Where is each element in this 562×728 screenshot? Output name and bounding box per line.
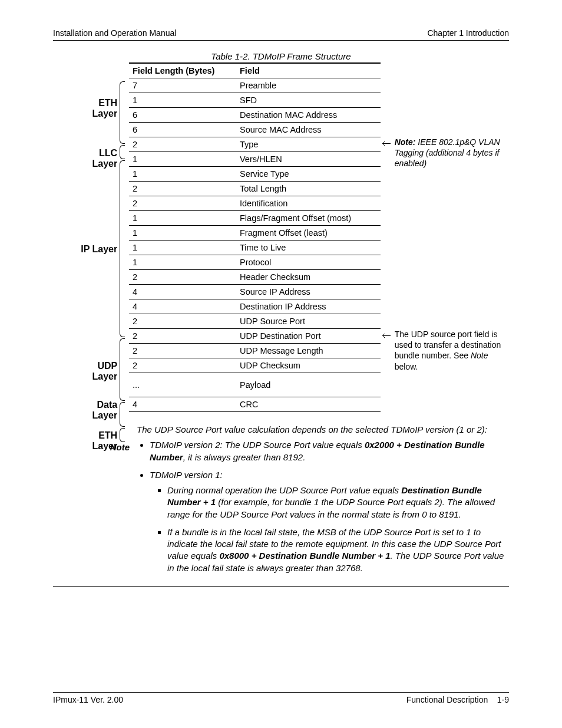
udp-note-italic: Note (471, 351, 488, 360)
header-left: Installation and Operation Manual (53, 28, 176, 38)
list-item: If a bundle is in the local fail state, … (167, 526, 509, 574)
table-row: 1Protocol (129, 255, 381, 270)
note-intro: The UDP Source Port value calculation de… (137, 424, 509, 436)
udp-note-tail: below. (395, 362, 418, 371)
table-row: 2UDP Checksum (129, 358, 381, 373)
table-row: 6Source MAC Address (129, 123, 381, 137)
footer-right: Functional Description 1-9 (406, 695, 509, 704)
table-row: 1Time to Live (129, 241, 381, 255)
table-row: 1SFD (129, 93, 381, 108)
table-row: 2UDP Message Length (129, 344, 381, 358)
table-row: 2UDP Destination Port (129, 329, 381, 344)
table-row: 1Flags/Fragment Offset (most) (129, 211, 381, 226)
table-row: 2Header Checksum (129, 270, 381, 285)
table-row: 2Identification (129, 196, 381, 211)
col-header-field: Field (236, 63, 381, 78)
arrow-left-icon: 🡐 (382, 330, 391, 342)
page-footer: IPmux-11 Ver. 2.00 Functional Descriptio… (53, 692, 509, 704)
page-header: Installation and Operation Manual Chapte… (53, 28, 509, 41)
header-right: Chapter 1 Introduction (427, 28, 509, 38)
brace-udp (120, 338, 125, 401)
note-block: Note The UDP Source Port value calculati… (53, 424, 509, 587)
list-item: During normal operation the UDP Source P… (167, 485, 509, 521)
table-row: 4Destination IP Address (129, 299, 381, 314)
table-row: 4CRC (129, 397, 381, 412)
layer-label-udp: UDP Layer (92, 361, 117, 383)
list-item: TDMoIP version 2: The UDP Source Port va… (150, 439, 509, 463)
layer-label-eth: ETH Layer (92, 98, 117, 120)
brace-data (120, 402, 125, 427)
table-row: 1Fragment Offset (least) (129, 226, 381, 241)
layer-label-ip: IP Layer (81, 244, 117, 255)
note-bold: Note: (395, 137, 416, 147)
table-row: 7Preamble (129, 78, 381, 93)
layer-label-data: Data Layer (92, 400, 117, 421)
page: Installation and Operation Manual Chapte… (0, 0, 562, 728)
brace-llc (120, 145, 125, 159)
footer-left: IPmux-11 Ver. 2.00 (53, 695, 123, 704)
frame-structure: ETH Layer LLC Layer IP Layer UDP Layer D… (53, 62, 509, 412)
col-header-length: Field Length (Bytes) (129, 63, 236, 78)
table-row: 1Vers/HLEN (129, 152, 381, 167)
brace-eth (120, 81, 125, 144)
table-row: 6Destination MAC Address (129, 108, 381, 123)
table-caption: Table 1-2. TDMoIP Frame Structure (53, 51, 509, 61)
table-row: 2UDP Source Port (129, 314, 381, 329)
table-row: 1Service Type (129, 167, 381, 182)
frame-table: Field Length (Bytes) Field 7Preamble 1SF… (129, 62, 381, 412)
layer-label-llc: LLC Layer (92, 148, 117, 170)
brace-eth2 (120, 428, 125, 442)
brace-ip (120, 160, 125, 337)
list-item: TDMoIP version 1: During normal operatio… (150, 469, 509, 574)
arrow-left-icon: 🡐 (382, 138, 391, 150)
table-row: 2Type (129, 137, 381, 152)
vlan-annotation: 🡐 Note: IEEE 802.1p&Q VLAN Tagging (addi… (395, 137, 509, 169)
table-row: 4Source IP Address (129, 285, 381, 299)
note-body: The UDP Source Port value calculation de… (137, 424, 509, 580)
layer-label-eth2: ETH Layer (92, 430, 117, 452)
udp-annotation: 🡐 The UDP source port field is used to t… (395, 329, 509, 372)
table-row: ...Payload (129, 373, 381, 397)
table-row: 2Total Length (129, 182, 381, 196)
